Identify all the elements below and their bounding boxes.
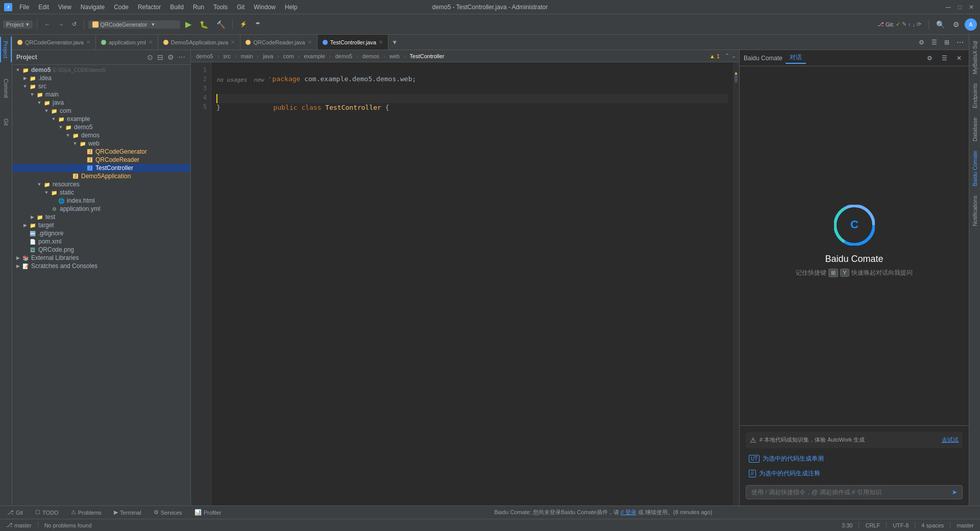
status-branch-right[interactable]: master bbox=[954, 522, 976, 528]
nav-item[interactable]: example bbox=[302, 52, 327, 60]
panel-tab-dialog[interactable]: 对话 bbox=[786, 52, 806, 64]
tree-item-java[interactable]: ▼ 📁 java bbox=[12, 99, 190, 107]
back-btn[interactable]: ← bbox=[41, 20, 53, 29]
comate-input-box[interactable]: ➤ bbox=[746, 485, 963, 499]
bottom-tab-problems[interactable]: ⚠ Problems bbox=[67, 508, 106, 517]
send-icon[interactable]: ➤ bbox=[952, 489, 957, 496]
tab-action-btn-1[interactable]: ⚙ bbox=[916, 37, 927, 47]
debug-btn[interactable]: 🐛 bbox=[197, 19, 211, 30]
tab-testcontroller[interactable]: TestController.java ✕ bbox=[317, 35, 389, 50]
status-encoding[interactable]: UTF-8 bbox=[891, 522, 911, 528]
code-editor[interactable]: demo5 › src › main › java › com › exampl… bbox=[191, 50, 739, 505]
tree-item-qrcode-png[interactable]: ▶ 🖼 QRCode.png bbox=[12, 246, 190, 254]
tree-item-demo5-pkg[interactable]: ▼ 📁 demo5 bbox=[12, 123, 190, 131]
coverage-btn[interactable]: ☂ bbox=[252, 19, 263, 29]
project-selector[interactable]: Project ▼ bbox=[3, 20, 33, 29]
tab-demo5application[interactable]: Demo5Application.java ✕ bbox=[158, 35, 241, 50]
nav-item[interactable]: java bbox=[261, 52, 275, 60]
comate-action-comment[interactable]: // 为选中的代码生成注释 bbox=[746, 467, 963, 480]
comate-text-input[interactable] bbox=[751, 489, 949, 496]
tree-item-root[interactable]: ▼ 📁 demo5 E:\IDEA_CODE\demo5 bbox=[12, 66, 190, 74]
tab-close-btn[interactable]: ✕ bbox=[86, 39, 90, 45]
tree-item-demo5application[interactable]: ▶ 🅹 Demo5Application bbox=[12, 172, 190, 180]
avatar[interactable]: A bbox=[965, 18, 977, 31]
tree-item-qrcodegenerator[interactable]: ▶ 🅹 QRCodeGenerator bbox=[12, 148, 190, 156]
rt-baidu-comate[interactable]: Baidu Comate bbox=[970, 147, 979, 190]
tree-item-test[interactable]: ▶ 📁 test bbox=[12, 213, 190, 221]
tree-item-demos[interactable]: ▼ 📁 demos bbox=[12, 131, 190, 139]
menu-item-git[interactable]: Git bbox=[233, 3, 249, 12]
tree-item-resources[interactable]: ▼ 📁 resources bbox=[12, 180, 190, 188]
sidebar-btn-3[interactable]: ⚙ bbox=[166, 52, 175, 62]
left-tool-project[interactable]: Project bbox=[0, 37, 12, 62]
tab-close-btn[interactable]: ✕ bbox=[149, 39, 153, 45]
panel-close-btn[interactable]: ✕ bbox=[953, 53, 965, 63]
tree-item-static[interactable]: ▼ 📁 static bbox=[12, 188, 190, 197]
build-btn[interactable]: 🔨 bbox=[213, 19, 228, 30]
tree-item-scratches[interactable]: ▶ 📝 Scratches and Consoles bbox=[12, 262, 190, 270]
panel-layout-btn[interactable]: ☰ bbox=[939, 53, 950, 63]
forward-btn[interactable]: → bbox=[55, 20, 67, 29]
tab-action-btn-2[interactable]: ☰ bbox=[928, 37, 940, 47]
menu-item-navigate[interactable]: Navigate bbox=[77, 3, 109, 12]
sidebar-btn-2[interactable]: ⊟ bbox=[156, 52, 164, 62]
code-area[interactable]: 1 2 3 4 5 package com.example.demo5.demo… bbox=[191, 62, 739, 505]
menu-item-file[interactable]: File bbox=[15, 3, 33, 12]
sidebar-btn-4[interactable]: ⋯ bbox=[177, 52, 186, 62]
run-btn[interactable]: ▶ bbox=[182, 18, 194, 31]
tab-application-yml[interactable]: application.yml ✕ bbox=[96, 35, 158, 50]
rt-endpoints[interactable]: Endpoints bbox=[970, 79, 979, 112]
menu-item-build[interactable]: Build bbox=[166, 3, 188, 12]
tree-item-com[interactable]: ▼ 📁 com bbox=[12, 107, 190, 115]
left-tool-git[interactable]: Git bbox=[2, 114, 11, 130]
rt-notifications[interactable]: Notifications bbox=[970, 191, 979, 230]
notice-link[interactable]: 去试试 bbox=[942, 436, 959, 444]
tree-item-web[interactable]: ▼ 📁 web bbox=[12, 139, 190, 148]
notice-login-link[interactable]: // 登录 bbox=[621, 509, 636, 515]
tab-action-btn-3[interactable]: ⊞ bbox=[941, 37, 952, 47]
tree-item-idea[interactable]: ▶ 📁 .idea bbox=[12, 74, 190, 82]
bottom-tab-profiler[interactable]: 📊 Profiler bbox=[190, 508, 226, 517]
rt-mybatisx[interactable]: MyBatisX·Sql bbox=[970, 37, 979, 78]
tree-item-main[interactable]: ▼ 📁 main bbox=[12, 90, 190, 99]
menu-item-view[interactable]: View bbox=[54, 3, 76, 12]
tree-item-example[interactable]: ▼ 📁 example bbox=[12, 115, 190, 123]
search-btn[interactable]: 🔍 bbox=[933, 19, 948, 30]
tree-item-ext-libs[interactable]: ▶ 📚 External Libraries bbox=[12, 254, 190, 262]
tree-item-target[interactable]: ▶ 📁 target bbox=[12, 221, 190, 229]
minimize-btn[interactable]: ─ bbox=[944, 3, 953, 11]
tab-qrcodereader[interactable]: QRCodeReader.java ✕ bbox=[240, 35, 317, 50]
tab-close-btn[interactable]: ✕ bbox=[379, 39, 383, 45]
nav-scroll-down[interactable]: ⌄ bbox=[731, 53, 736, 59]
menu-item-code[interactable]: Code bbox=[110, 3, 133, 12]
code-content[interactable]: package com.example.demo5.demos.web; no … bbox=[211, 62, 733, 505]
refresh-btn[interactable]: ↺ bbox=[69, 19, 80, 29]
tree-item-index-html[interactable]: ▶ 🌐 index.html bbox=[12, 197, 190, 205]
profile-btn[interactable]: ⚡ bbox=[237, 19, 250, 29]
split-btn[interactable]: ⋯ bbox=[953, 37, 967, 48]
menu-item-refactor[interactable]: Refactor bbox=[134, 3, 165, 12]
nav-scroll-up[interactable]: ⌃ bbox=[725, 53, 729, 59]
close-btn[interactable]: ✕ bbox=[967, 4, 976, 11]
menu-item-edit[interactable]: Edit bbox=[34, 3, 53, 12]
menu-item-tools[interactable]: Tools bbox=[209, 3, 232, 12]
bottom-tab-git[interactable]: ⎇ Git bbox=[3, 508, 27, 517]
tree-item-gitignore[interactable]: ▶ 🔤 .gitignore bbox=[12, 229, 190, 237]
menu-item-help[interactable]: Help bbox=[281, 3, 302, 12]
tree-item-application-yml[interactable]: ▶ ⚙ application.yml bbox=[12, 205, 190, 213]
settings-btn[interactable]: ⚙ bbox=[950, 19, 963, 30]
tabs-overflow-btn[interactable]: ▼ bbox=[388, 35, 401, 50]
left-tool-commit[interactable]: Commit bbox=[2, 75, 11, 102]
rt-database[interactable]: Database bbox=[970, 113, 979, 146]
status-branch[interactable]: ⎇ master bbox=[4, 522, 34, 528]
tab-close-btn[interactable]: ✕ bbox=[308, 39, 312, 45]
nav-item[interactable]: main bbox=[239, 52, 255, 60]
nav-item[interactable]: web bbox=[387, 52, 402, 60]
sidebar-btn-1[interactable]: ⊙ bbox=[146, 52, 154, 62]
comate-action-ut[interactable]: UT 为选中的代码生成单测 bbox=[746, 452, 963, 465]
nav-item[interactable]: src bbox=[221, 52, 233, 60]
tree-item-qrcodereader[interactable]: ▶ 🅹 QRCodeReader bbox=[12, 156, 190, 164]
tree-item-pom-xml[interactable]: ▶ 📄 pom.xml bbox=[12, 237, 190, 246]
maximize-btn[interactable]: □ bbox=[956, 4, 964, 11]
status-messages[interactable]: No problems found bbox=[42, 522, 94, 528]
